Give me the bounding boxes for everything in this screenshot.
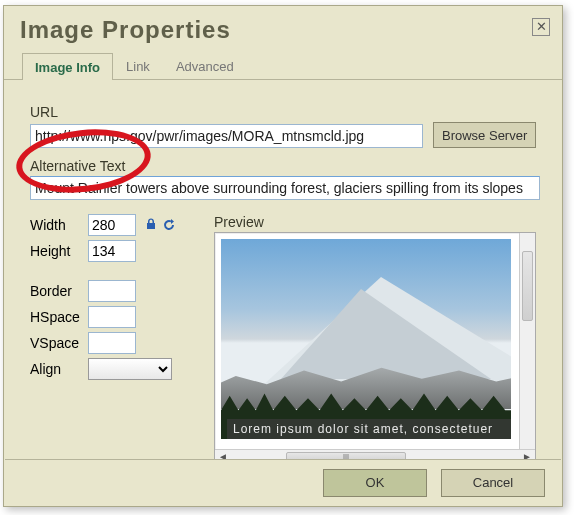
vspace-label: VSpace — [30, 335, 82, 351]
preview-box: Lorem ipsum dolor sit amet, consectetuer… — [214, 232, 536, 466]
preview-caption: Lorem ipsum dolor sit amet, consectetuer — [227, 419, 511, 439]
alt-text-label: Alternative Text — [30, 158, 536, 174]
tab-advanced[interactable]: Advanced — [163, 52, 247, 79]
border-input[interactable] — [88, 280, 136, 302]
lock-ratio-icon[interactable] — [146, 218, 156, 233]
tab-link[interactable]: Link — [113, 52, 163, 79]
tab-image-info[interactable]: Image Info — [22, 53, 113, 80]
vspace-input[interactable] — [88, 332, 136, 354]
dialog-title: Image Properties — [4, 6, 562, 52]
cancel-button[interactable]: Cancel — [441, 469, 545, 497]
reset-size-icon[interactable] — [162, 218, 176, 232]
height-label: Height — [30, 243, 82, 259]
preview-image: Lorem ipsum dolor sit amet, consectetuer — [221, 239, 511, 439]
browse-server-button[interactable]: Browse Server — [433, 122, 536, 148]
align-label: Align — [30, 361, 82, 377]
width-input[interactable] — [88, 214, 136, 236]
hspace-input[interactable] — [88, 306, 136, 328]
height-input[interactable] — [88, 240, 136, 262]
alt-text-input[interactable] — [30, 176, 540, 200]
align-select[interactable] — [88, 358, 172, 380]
border-label: Border — [30, 283, 82, 299]
image-properties-dialog: Image Properties ✕ Image Info Link Advan… — [3, 5, 563, 507]
url-label: URL — [30, 104, 536, 120]
close-button[interactable]: ✕ — [532, 18, 550, 36]
ok-button[interactable]: OK — [323, 469, 427, 497]
url-input[interactable] — [30, 124, 423, 148]
preview-label: Preview — [214, 214, 536, 230]
vertical-scrollbar[interactable] — [519, 233, 535, 449]
tabs: Image Info Link Advanced — [4, 52, 562, 80]
width-label: Width — [30, 217, 82, 233]
hspace-label: HSpace — [30, 309, 82, 325]
